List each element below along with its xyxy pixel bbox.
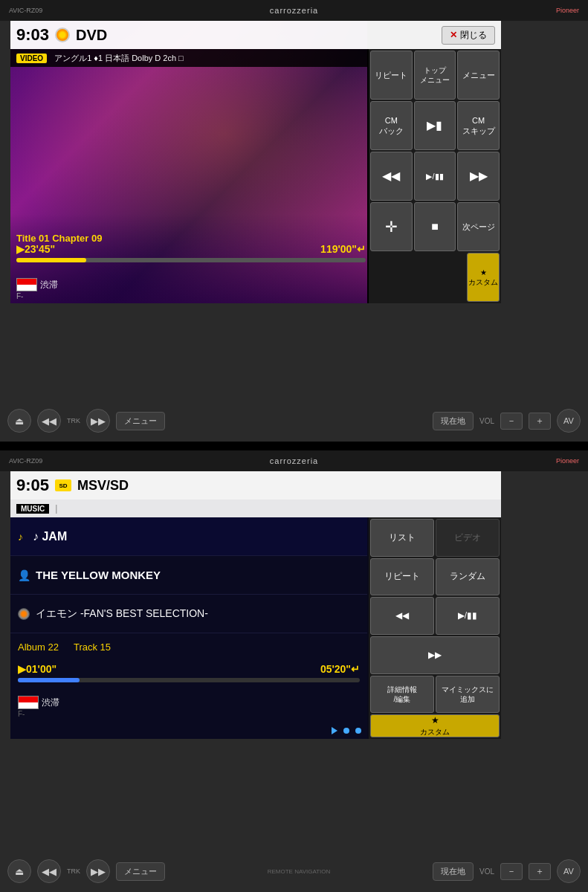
prev-button-2[interactable]: ◀◀ [37, 859, 61, 883]
bottom-pioneer: Pioneer [556, 457, 579, 465]
msv-ui: 9:05 SD MSV/SD MUSIC | ♪ ♪ JAM [10, 471, 501, 739]
track-row: ♪ ♪ JAM [10, 517, 367, 556]
msv-progress-bar[interactable] [18, 678, 360, 682]
trk-label-2: TRK [67, 867, 80, 875]
msv-fast-forward-button[interactable]: ▶▶ [370, 636, 500, 674]
dvd-traffic-text: 渋滞 [40, 279, 58, 291]
msv-controls-panel: リスト ビデオ リピート ランダム ◀◀ ▶/▮▮ ▶▶ 詳細情報/編集 マイミ… [369, 517, 501, 739]
cm-back-button[interactable]: CMバック [370, 101, 413, 150]
menu-hw-button[interactable]: メニュー [116, 412, 165, 430]
album-disc-icon [18, 608, 30, 620]
msv-traffic-flag-icon [18, 696, 39, 709]
bottom-bezel: AVIC-RZ09 carrozzeria Pioneer 9:05 SD MS… [0, 450, 588, 892]
dvd-title-info: Title 01 Chapter 09 [16, 233, 102, 244]
sub-divider: | [55, 503, 57, 514]
repeat-button[interactable]: リピート [370, 51, 413, 100]
random-button[interactable]: ランダム [436, 558, 500, 596]
top-unit: AVIC-RZ09 carrozzeria Pioneer 9:03 DVD ✕ [0, 0, 588, 446]
dvd-frequency: F- [16, 292, 23, 300]
current-location-button-2[interactable]: 現在地 [433, 862, 474, 881]
dvd-source-label: DVD [76, 27, 436, 44]
dvd-traffic-badge: 渋滞 [16, 278, 58, 291]
vol-minus-button[interactable]: － [500, 413, 523, 430]
detail-button[interactable]: 詳細情報/編集 [370, 676, 434, 714]
menu-hw-button-2[interactable]: メニュー [116, 862, 165, 881]
track-name: ♪ JAM [33, 530, 67, 543]
top-bezel: AVIC-RZ09 carrozzeria Pioneer 9:03 DVD ✕ [0, 0, 588, 442]
dvd-controls-panel: リピート トップメニュー メニュー CMバック ▶▮ CMスキップ ◀◀ ▶/▮… [369, 49, 501, 303]
msv-rewind-button[interactable]: ◀◀ [370, 597, 434, 635]
artist-name: THE YELLOW MONKEY [36, 569, 161, 581]
next-page-button[interactable]: 次ページ [457, 202, 500, 251]
video-button[interactable]: ビデオ [436, 519, 500, 557]
play-pause-button[interactable]: ▶/▮▮ [414, 152, 456, 201]
list-button[interactable]: リスト [370, 519, 434, 557]
vol-minus-button-2[interactable]: － [500, 863, 523, 880]
dvd-ui: 9:03 DVD ✕ 閉じる VIDEO アングル1 ♦1 日本語 Dolby … [10, 21, 501, 303]
msv-play-pause-button[interactable]: ▶/▮▮ [436, 597, 500, 635]
msv-repeat-button[interactable]: リピート [370, 558, 434, 596]
bottom-screen: 9:05 SD MSV/SD MUSIC | ♪ ♪ JAM [10, 471, 501, 739]
top-bottom-bar: ⏏ ◀◀ TRK ▶▶ メニュー 現在地 VOL － ＋ AV [0, 400, 588, 442]
trk-label: TRK [67, 417, 80, 424]
av-button-2[interactable]: AV [557, 859, 581, 883]
traffic-flag-icon [16, 278, 37, 291]
meta-row: Album 22 Track 15 [10, 633, 367, 660]
bottom-device-header: AVIC-RZ09 carrozzeria Pioneer [0, 450, 588, 471]
cm-skip-button[interactable]: CMスキップ [457, 101, 500, 150]
dvd-time: 9:03 [16, 25, 49, 45]
dvd-progress-area: ▶23'45" 119'00"↵ [16, 243, 366, 262]
top-menu-button[interactable]: トップメニュー [414, 51, 456, 100]
next-button-2[interactable]: ▶▶ [86, 859, 110, 883]
music-note-icon: ♪ [18, 531, 30, 543]
dvd-disc-icon [55, 28, 70, 42]
rewind-button[interactable]: ◀◀ [370, 152, 413, 201]
msv-time: 9:05 [16, 476, 49, 495]
vol-label-2: VOL [479, 867, 494, 876]
nav-button[interactable]: ✛ [370, 202, 413, 251]
custom-button-msv[interactable]: ★ カスタム [370, 714, 500, 737]
play-indicator-icon [332, 727, 337, 734]
prev-button[interactable]: ◀◀ [37, 409, 61, 433]
stop-button[interactable]: ■ [414, 202, 456, 251]
album-row: イエモン -FAN'S BEST SELECTION- [10, 595, 367, 633]
album-num: Album 22 [18, 641, 59, 653]
msv-top-bar: 9:05 SD MSV/SD [10, 471, 501, 500]
msv-frequency: F- [18, 710, 25, 718]
bottom-device-model: AVIC-RZ09 [9, 457, 42, 465]
fast-forward-button[interactable]: ▶▶ [457, 152, 500, 201]
top-pioneer: Pioneer [556, 7, 579, 14]
my-mix-button[interactable]: マイミックスに追加 [436, 676, 500, 714]
dvd-progress-fill [16, 258, 86, 262]
msv-content: ♪ ♪ JAM 👤 THE YELLOW MONKEY イエモン -FAN'S … [10, 517, 367, 739]
bottom-unit: AVIC-RZ09 carrozzeria Pioneer 9:05 SD MS… [0, 450, 588, 892]
top-device-model: AVIC-RZ09 [9, 7, 42, 14]
vol-plus-button-2[interactable]: ＋ [529, 863, 551, 880]
close-button[interactable]: ✕ 閉じる [442, 26, 495, 45]
dvd-time-current: ▶23'45" [16, 243, 55, 255]
dvd-progress-bar[interactable] [16, 258, 366, 262]
dot-indicator-icon [343, 728, 349, 734]
music-badge: MUSIC [16, 504, 49, 514]
dvd-sub-info: アングル1 ♦1 日本語 Dolby D 2ch □ [54, 53, 184, 64]
vol-plus-button[interactable]: ＋ [529, 413, 551, 430]
av-button[interactable]: AV [557, 409, 581, 433]
msv-sub-bar: MUSIC | [10, 500, 501, 517]
video-badge: VIDEO [16, 54, 47, 63]
menu-button[interactable]: メニュー [457, 51, 500, 100]
top-screen: 9:03 DVD ✕ 閉じる VIDEO アングル1 ♦1 日本語 Dolby … [10, 21, 501, 303]
msv-traffic-text: 渋滞 [42, 697, 59, 709]
person-icon: 👤 [18, 569, 30, 581]
msv-progress-fill [18, 678, 80, 682]
custom-button-dvd[interactable]: ★ カスタム [467, 253, 500, 302]
msv-source-label: MSV/SD [77, 478, 129, 494]
msv-screen-bottom-icons [332, 727, 361, 734]
current-location-button[interactable]: 現在地 [433, 412, 474, 430]
bottom-bottom-bar: ⏏ ◀◀ TRK ▶▶ メニュー REMOTE NAVIGATION 現在地 V… [0, 850, 588, 892]
msv-time-total: 05'20"↵ [320, 663, 360, 675]
next-button[interactable]: ▶▶ [86, 409, 110, 433]
eject-button-2[interactable]: ⏏ [7, 859, 31, 883]
remote-label: REMOTE NAVIGATION [268, 868, 331, 875]
dvd-play-pause-button[interactable]: ▶▮ [414, 101, 456, 150]
eject-button[interactable]: ⏏ [7, 409, 31, 433]
